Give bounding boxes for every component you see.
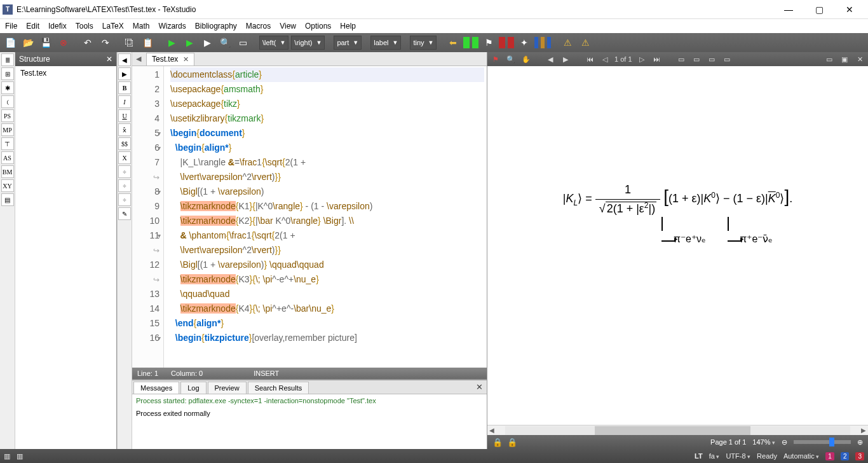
preview-hscroll[interactable]: ◀▶ bbox=[487, 425, 868, 435]
build-icon[interactable]: ▶ bbox=[164, 35, 179, 50]
redo-icon[interactable]: ↷ bbox=[98, 35, 113, 50]
messages-close-icon[interactable]: ✕ bbox=[476, 382, 483, 392]
warn2-icon[interactable]: ⚠ bbox=[578, 35, 593, 50]
frac2-icon[interactable]: ÷ bbox=[118, 179, 131, 192]
arrow-left-icon[interactable]: ⬅ bbox=[445, 35, 461, 50]
sb-icon1[interactable]: ▥ bbox=[4, 452, 10, 460]
displaymath-icon[interactable]: $$ bbox=[118, 137, 131, 150]
part-combo[interactable]: part▼ bbox=[334, 36, 362, 50]
strip-a-4[interactable]: PS bbox=[1, 109, 14, 122]
warn-icon[interactable]: ⚠ bbox=[560, 35, 575, 50]
menu-macros[interactable]: Macros bbox=[246, 22, 271, 31]
tab-file[interactable]: Test.tex ✕ bbox=[146, 53, 194, 66]
code-editor[interactable]: 1234 5▾ 6▾ 7 ↪ 8▾ 910 11▾ ↪ 12 ↪ 131415 … bbox=[132, 66, 487, 368]
badge-1[interactable]: 1 bbox=[825, 452, 834, 460]
strip-a-6[interactable]: ⊤ bbox=[1, 137, 14, 150]
copy-icon[interactable]: ⿻ bbox=[122, 35, 137, 50]
pv-page2-icon[interactable]: ▭ bbox=[691, 55, 702, 64]
nav-back-icon[interactable]: ◀ bbox=[118, 53, 131, 66]
menu-wizards[interactable]: Wizards bbox=[158, 22, 186, 31]
pv-page3-icon[interactable]: ▭ bbox=[706, 55, 717, 64]
pv-prev-icon[interactable]: ◀ bbox=[545, 55, 556, 64]
log-icon[interactable]: ▭ bbox=[235, 35, 250, 50]
pv-search-icon[interactable]: 🔍 bbox=[505, 55, 517, 64]
sub-icon[interactable]: X bbox=[118, 151, 131, 164]
stop-icon[interactable]: ▶ bbox=[200, 35, 215, 50]
pv-zoom-label[interactable]: 147% bbox=[752, 438, 775, 446]
pv-close-icon[interactable]: ✕ bbox=[854, 55, 865, 64]
code-body[interactable]: \documentclass{article} \usepackage{amsm… bbox=[164, 66, 487, 368]
strip-a-8[interactable]: BM bbox=[1, 165, 14, 178]
menu-options[interactable]: Options bbox=[305, 22, 331, 31]
hat-icon[interactable]: x̂ bbox=[118, 123, 131, 136]
structure-item[interactable]: Test.tex bbox=[20, 69, 111, 78]
pv-win2-icon[interactable]: ▣ bbox=[839, 55, 850, 64]
zoom-out-icon[interactable]: ⊖ bbox=[782, 438, 787, 446]
frac-icon[interactable]: ÷ bbox=[118, 165, 131, 178]
wand-icon[interactable]: ✦ bbox=[517, 35, 532, 50]
pv-first-icon[interactable]: ⏮ bbox=[584, 55, 595, 63]
pv-flag-icon[interactable]: ⚑ bbox=[490, 55, 501, 64]
menu-edit[interactable]: Edit bbox=[26, 22, 39, 31]
right-delim-combo[interactable]: \right)▼ bbox=[291, 36, 325, 50]
color-blue-icon[interactable] bbox=[534, 37, 538, 48]
strip-a-2[interactable]: ✱ bbox=[1, 81, 14, 94]
new-icon[interactable]: 📄 bbox=[3, 35, 18, 50]
msgtab-messages[interactable]: Messages bbox=[133, 382, 179, 394]
compile-icon[interactable]: ▶ bbox=[182, 35, 197, 50]
maximize-button[interactable]: ▢ bbox=[810, 4, 829, 15]
pv-last-icon[interactable]: ⏭ bbox=[651, 55, 663, 63]
strip-a-3[interactable]: ⟮ bbox=[1, 95, 14, 108]
pv-win1-icon[interactable]: ▭ bbox=[824, 55, 835, 64]
strip-a-1[interactable]: ⊞ bbox=[1, 67, 14, 80]
strip-a-7[interactable]: AS bbox=[1, 151, 14, 164]
save-icon[interactable]: 💾 bbox=[38, 35, 53, 50]
tiny-combo[interactable]: tiny▼ bbox=[410, 36, 437, 50]
zoom-in-icon[interactable]: ⊕ bbox=[857, 438, 863, 446]
minimize-button[interactable]: — bbox=[779, 4, 798, 15]
strip-a-5[interactable]: MP bbox=[1, 123, 14, 136]
underline-icon[interactable]: U bbox=[118, 109, 131, 122]
tab-prev-icon[interactable]: ◀ bbox=[132, 55, 145, 63]
pv-next-icon[interactable]: ▶ bbox=[560, 55, 571, 64]
badge-2[interactable]: 2 bbox=[841, 452, 850, 460]
label-combo[interactable]: label▼ bbox=[370, 36, 401, 50]
pv-back-icon[interactable]: ◁ bbox=[599, 55, 611, 64]
structure-close-icon[interactable]: ✕ bbox=[106, 55, 112, 64]
preview-canvas[interactable]: |KL⟩ = 1 √2(1 + |ε2|) [(1 + ε)|K0⟩ − (1 … bbox=[487, 66, 868, 425]
zoom-slider[interactable] bbox=[794, 440, 851, 444]
menu-latex[interactable]: LaTeX bbox=[102, 22, 124, 31]
menu-math[interactable]: Math bbox=[133, 22, 150, 31]
undo-icon[interactable]: ↶ bbox=[80, 35, 95, 50]
open-icon[interactable]: 📂 bbox=[20, 35, 36, 50]
frac3-icon[interactable]: ÷ bbox=[118, 193, 131, 206]
close-doc-icon[interactable]: ⊗ bbox=[56, 35, 71, 50]
menu-view[interactable]: View bbox=[280, 22, 296, 31]
msgtab-log[interactable]: Log bbox=[180, 382, 206, 394]
strip-a-10[interactable]: ▤ bbox=[1, 193, 14, 206]
strip-a-0[interactable]: ≣ bbox=[1, 53, 14, 66]
pv-fwd-icon[interactable]: ▷ bbox=[636, 55, 648, 64]
close-button[interactable]: ✕ bbox=[840, 4, 859, 15]
bold-icon[interactable]: B bbox=[118, 81, 131, 94]
nav-fwd-icon[interactable]: ▶ bbox=[118, 67, 131, 80]
badge-3[interactable]: 3 bbox=[855, 452, 864, 460]
color-green-icon[interactable] bbox=[463, 37, 470, 48]
lock-icon[interactable]: 🔒 🔒 bbox=[492, 438, 517, 447]
sb-lt[interactable]: LT bbox=[695, 452, 703, 460]
sb-auto[interactable]: Automatic bbox=[783, 452, 819, 460]
color-red-icon[interactable] bbox=[499, 37, 505, 48]
color-blue2-icon[interactable] bbox=[547, 37, 551, 48]
sb-icon2[interactable]: ▥ bbox=[17, 452, 23, 460]
menu-file[interactable]: File bbox=[5, 22, 17, 31]
color-green2-icon[interactable] bbox=[472, 37, 478, 48]
color-orange-icon[interactable] bbox=[541, 37, 545, 48]
menu-help[interactable]: Help bbox=[340, 22, 356, 31]
msgtab-preview[interactable]: Preview bbox=[208, 382, 247, 394]
strip-a-9[interactable]: XY bbox=[1, 179, 14, 192]
paste-icon[interactable]: 📋 bbox=[140, 35, 155, 50]
edit-icon[interactable]: ✎ bbox=[118, 207, 131, 220]
menu-tools[interactable]: Tools bbox=[76, 22, 93, 31]
italic-icon[interactable]: I bbox=[118, 95, 131, 108]
menu-idefix[interactable]: Idefix bbox=[48, 22, 67, 31]
